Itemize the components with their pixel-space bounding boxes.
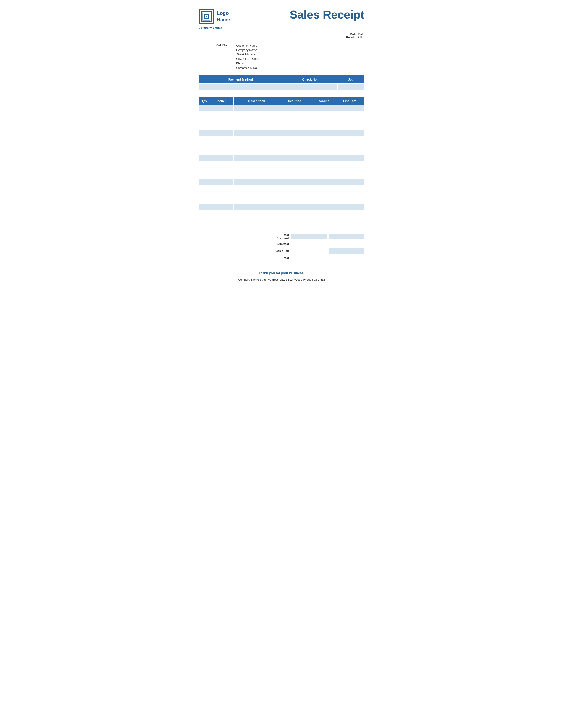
table-cell: [336, 105, 364, 111]
table-cell: [280, 117, 308, 124]
table-cell: [336, 204, 364, 210]
table-cell: [308, 216, 336, 222]
table-cell: [199, 105, 210, 111]
table-cell: [280, 130, 308, 136]
table-cell: [308, 191, 336, 198]
total-discount-value: [292, 234, 327, 239]
table-cell: [210, 154, 233, 161]
table-spacer-row: [199, 148, 364, 154]
thank-you-message: Thank you for your business!: [199, 271, 364, 275]
table-cell: [336, 191, 364, 198]
check-no-cell: [283, 83, 338, 90]
sold-to-label: Sold To: [216, 43, 234, 47]
table-cell: [199, 167, 210, 173]
date-line: Date: Date: [199, 32, 364, 36]
page-header: Logo Name Sales Receipt: [199, 9, 364, 24]
table-cell: [199, 216, 210, 222]
table-cell: [210, 204, 233, 210]
subtotal-row: Subtotal: [271, 241, 364, 247]
discount-header: Discount: [308, 97, 336, 105]
total-space: [292, 255, 327, 261]
qty-header: Qty: [199, 97, 210, 105]
table-cell: [199, 154, 210, 161]
check-no-header: Check No.: [283, 75, 338, 84]
table-spacer-row: [199, 198, 364, 204]
job-cell: [338, 83, 364, 90]
subtotal-space: [292, 241, 327, 247]
table-cell: [308, 204, 336, 210]
table-cell: [233, 105, 280, 111]
payment-method-header: Payment Method: [199, 75, 283, 84]
table-cell: [210, 191, 233, 198]
table-cell: [233, 117, 280, 124]
payment-table: Payment Method Check No. Job: [199, 75, 364, 91]
table-spacer-row: [199, 185, 364, 191]
table-cell: [199, 179, 210, 185]
table-cell: [280, 216, 308, 222]
company-slogan: Company Slogan: [199, 26, 364, 29]
table-row: [199, 191, 364, 198]
total-label: Total: [271, 256, 292, 260]
page-title: Sales Receipt: [290, 9, 364, 20]
street-address: Street Address: [236, 52, 259, 57]
job-header: Job: [338, 75, 364, 84]
sales-tax-space: [292, 248, 327, 254]
table-row: [199, 179, 364, 185]
svg-rect-3: [205, 16, 207, 17]
table-cell: [233, 130, 280, 136]
table-cell: [336, 179, 364, 185]
table-cell: [336, 154, 364, 161]
table-spacer-row: [199, 161, 364, 167]
date-receipt-section: Date: Date Receipt # No.: [199, 32, 364, 39]
table-cell: [280, 179, 308, 185]
table-cell: [210, 130, 233, 136]
table-row: [199, 204, 364, 210]
table-row: [199, 167, 364, 173]
date-value: Date: [358, 32, 364, 36]
table-cell: [280, 167, 308, 173]
line-total-header: Line Total: [336, 97, 364, 105]
table-cell: [210, 167, 233, 173]
customer-id: Customer ID No.: [236, 66, 259, 70]
footer-company-info: Company Name Street Address,City, ST ZIP…: [199, 278, 364, 281]
company-name: Company Name: [236, 48, 259, 52]
table-cell: [210, 216, 233, 222]
table-cell: [308, 130, 336, 136]
table-cell: [210, 117, 233, 124]
item-header: Item #: [210, 97, 233, 105]
table-cell: [199, 142, 210, 148]
table-cell: [308, 117, 336, 124]
totals-section: Total Discount Subtotal Sales Tax Total: [199, 233, 364, 262]
table-cell: [233, 204, 280, 210]
total-row: Total: [271, 255, 364, 261]
table-spacer-row: [199, 173, 364, 179]
city-state-zip: City, ST ZIP Code: [236, 57, 259, 61]
table-row: [199, 154, 364, 161]
table-cell: [199, 117, 210, 124]
unit-price-header: Unit Price: [280, 97, 308, 105]
table-spacer-row: [199, 210, 364, 216]
logo-area: Logo Name: [199, 9, 230, 24]
table-cell: [336, 117, 364, 124]
table-cell: [210, 105, 233, 111]
table-row: [199, 130, 364, 136]
table-cell: [308, 179, 336, 185]
total-discount-value2: [329, 234, 364, 239]
items-table: Qty Item # Description Unit Price Discou…: [199, 97, 364, 229]
table-cell: [280, 191, 308, 198]
table-cell: [233, 191, 280, 198]
table-cell: [233, 216, 280, 222]
table-cell: [336, 167, 364, 173]
subtotal-label: Subtotal: [271, 242, 292, 246]
table-spacer-row: [199, 222, 364, 229]
table-cell: [199, 130, 210, 136]
total-discount-row: Total Discount: [271, 233, 364, 240]
table-cell: [336, 130, 364, 136]
sales-tax-label: Sales Tax: [271, 249, 292, 253]
table-cell: [308, 105, 336, 111]
payment-method-cell: [199, 83, 283, 90]
customer-name: Customer Name: [236, 43, 259, 48]
total-discount-label: Total Discount: [271, 233, 292, 240]
sales-tax-row: Sales Tax: [271, 248, 364, 254]
title-area: Sales Receipt: [290, 9, 364, 20]
